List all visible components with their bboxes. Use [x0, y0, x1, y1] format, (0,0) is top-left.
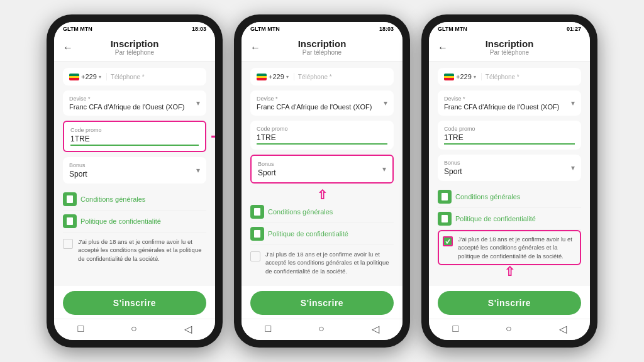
- phone-input-row-1: +229 ▾ Téléphone *: [63, 68, 206, 85]
- back-arrow-3[interactable]: ←: [438, 42, 448, 53]
- status-right-2: 18:03: [379, 26, 394, 32]
- promo-label-2: Code promo: [257, 126, 387, 132]
- page-subtitle-1: Par téléphone: [63, 49, 206, 56]
- telephone-placeholder-3: Téléphone *: [486, 74, 519, 80]
- checkbox-3[interactable]: [443, 236, 453, 246]
- status-left-1: GLTM MTN: [63, 26, 92, 32]
- nav-circle-1[interactable]: ○: [131, 323, 137, 335]
- checkbox-1[interactable]: [63, 239, 73, 249]
- page-subtitle-3: Par téléphone: [438, 49, 581, 56]
- back-arrow-2[interactable]: ←: [250, 42, 260, 53]
- politique-row-2[interactable]: Politique de confidentialité: [250, 223, 394, 245]
- phone-input-row-2: +229 ▾ Téléphone *: [250, 68, 394, 85]
- phone-3: GLTM MTN 01:27 ← Inscription Par télépho…: [421, 14, 597, 348]
- telephone-label-3[interactable]: Téléphone *: [486, 73, 575, 80]
- devise-label-2: Devise *: [257, 96, 372, 102]
- bonus-chevron-3[interactable]: ▾: [571, 163, 575, 172]
- phone-2: GLTM MTN 18:03 ← Inscription Par télépho…: [234, 14, 410, 348]
- phone-2-screen: GLTM MTN 18:03 ← Inscription Par télépho…: [242, 22, 402, 340]
- page-title-3: Inscription: [438, 38, 581, 49]
- devise-chevron-3[interactable]: ▾: [571, 99, 575, 107]
- chevron-icon-1: ▾: [99, 74, 101, 80]
- country-code-1: +229: [81, 73, 97, 80]
- checkbox-row-3: J'ai plus de 18 ans et je confirme avoir…: [438, 230, 581, 265]
- bonus-value-2: Sport: [258, 168, 276, 177]
- bonus-label-2: Bonus: [258, 161, 276, 167]
- telephone-label-1[interactable]: Téléphone *: [111, 73, 200, 80]
- promo-label-3: Code promo: [444, 126, 575, 132]
- promo-value-2[interactable]: 1TRE: [257, 133, 387, 145]
- form-content-2: +229 ▾ Téléphone * Devise * Franc CFA d'…: [242, 62, 402, 286]
- conditions-text-1: Conditions générales: [80, 195, 145, 203]
- telephone-label-2[interactable]: Téléphone *: [298, 73, 387, 80]
- nav-back-2[interactable]: ◁: [372, 323, 379, 335]
- app-header-2: ← Inscription Par téléphone: [242, 35, 402, 62]
- checkbox-2[interactable]: [250, 251, 260, 261]
- status-left-2: GLTM MTN: [250, 26, 280, 32]
- nav-back-1[interactable]: ◁: [184, 323, 192, 335]
- devise-label-3: Devise *: [444, 96, 559, 102]
- flag-icon-2: [257, 74, 267, 80]
- bonus-label-3: Bonus: [444, 160, 462, 166]
- devise-value-3: Franc CFA d'Afrique de l'Ouest (XOF): [444, 103, 559, 111]
- promo-value-1[interactable]: 1TRE: [70, 134, 199, 146]
- status-bar-3: GLTM MTN 01:27: [429, 22, 590, 35]
- bottom-nav-3: □ ○ ◁: [429, 319, 590, 340]
- devise-row-3: Devise * Franc CFA d'Afrique de l'Ouest …: [438, 90, 581, 116]
- status-right-3: 01:27: [567, 26, 581, 32]
- conditions-row-2[interactable]: Conditions générales: [250, 201, 394, 223]
- status-right-1: 18:03: [192, 26, 206, 32]
- devise-chevron-2[interactable]: ▾: [384, 99, 387, 107]
- devise-chevron-1[interactable]: ▾: [196, 99, 200, 107]
- flag-icon-3: [444, 74, 454, 80]
- checkbox-text-1: J'ai plus de 18 ans et je confirme avoir…: [78, 238, 206, 263]
- nav-circle-3[interactable]: ○: [506, 323, 512, 335]
- phone-1-screen: GLTM MTN 18:03 ← Inscription Par télépho…: [54, 22, 215, 340]
- checkbox-container-3: J'ai plus de 18 ans et je confirme avoir…: [438, 230, 581, 278]
- politique-row-3[interactable]: Politique de confidentialité: [438, 208, 581, 230]
- bonus-value-3: Sport: [444, 167, 462, 176]
- phone-3-screen: GLTM MTN 01:27 ← Inscription Par télépho…: [429, 22, 590, 340]
- country-selector-3[interactable]: +229 ▾: [444, 73, 482, 80]
- nav-circle-2[interactable]: ○: [318, 323, 325, 335]
- nav-square-2[interactable]: □: [265, 323, 271, 335]
- code-promo-row-3: Code promo 1TRE: [438, 121, 581, 150]
- nav-square-3[interactable]: □: [452, 323, 458, 335]
- arrow-up-3: ⇧: [438, 265, 581, 278]
- status-bar-2: GLTM MTN 18:03: [242, 22, 402, 35]
- politique-row-1[interactable]: Politique de confidentialité: [63, 211, 206, 233]
- checkmark-3: [444, 238, 452, 245]
- devise-value-1: Franc CFA d'Afrique de l'Ouest (XOF): [69, 103, 184, 111]
- bonus-row-1: Bonus Sport ▾: [63, 157, 206, 184]
- bonus-chevron-2[interactable]: ▾: [382, 165, 386, 173]
- country-code-3: +229: [456, 73, 472, 80]
- nav-back-3[interactable]: ◁: [559, 323, 567, 335]
- phone-1: GLTM MTN 18:03 ← Inscription Par télépho…: [47, 14, 223, 348]
- phone-input-row-3: +229 ▾ Téléphone *: [438, 68, 581, 85]
- devise-value-2: Franc CFA d'Afrique de l'Ouest (XOF): [257, 103, 372, 111]
- bonus-chevron-1[interactable]: ▾: [196, 166, 200, 175]
- conditions-row-1[interactable]: Conditions générales: [63, 189, 206, 211]
- conditions-row-3[interactable]: Conditions générales: [438, 186, 581, 208]
- bottom-nav-2: □ ○ ◁: [242, 319, 402, 340]
- page-title-1: Inscription: [63, 38, 206, 49]
- bonus-container-2: Bonus Sport ▾ ⇧: [250, 155, 394, 201]
- register-btn-3[interactable]: S'inscrire: [438, 291, 581, 315]
- telephone-placeholder-2: Téléphone *: [298, 74, 332, 80]
- status-left-3: GLTM MTN: [438, 26, 467, 32]
- country-selector-1[interactable]: +229 ▾: [69, 73, 107, 80]
- conditions-icon-1: [63, 192, 77, 206]
- nav-square-1[interactable]: □: [77, 323, 84, 335]
- status-bar-1: GLTM MTN 18:03: [54, 22, 215, 35]
- register-btn-1[interactable]: S'inscrire: [63, 291, 206, 315]
- country-selector-2[interactable]: +229 ▾: [257, 73, 294, 80]
- checkbox-text-3: J'ai plus de 18 ans et je confirme avoir…: [458, 235, 576, 260]
- politique-icon-2: [250, 227, 264, 241]
- chevron-icon-2: ▾: [286, 74, 289, 80]
- register-btn-2[interactable]: S'inscrire: [250, 291, 394, 315]
- arrow-up-2: ⇧: [250, 189, 394, 201]
- telephone-placeholder-1: Téléphone *: [111, 74, 145, 80]
- back-arrow-1[interactable]: ←: [63, 42, 73, 53]
- promo-value-3[interactable]: 1TRE: [444, 133, 575, 145]
- promo-label-1: Code promo: [70, 127, 199, 133]
